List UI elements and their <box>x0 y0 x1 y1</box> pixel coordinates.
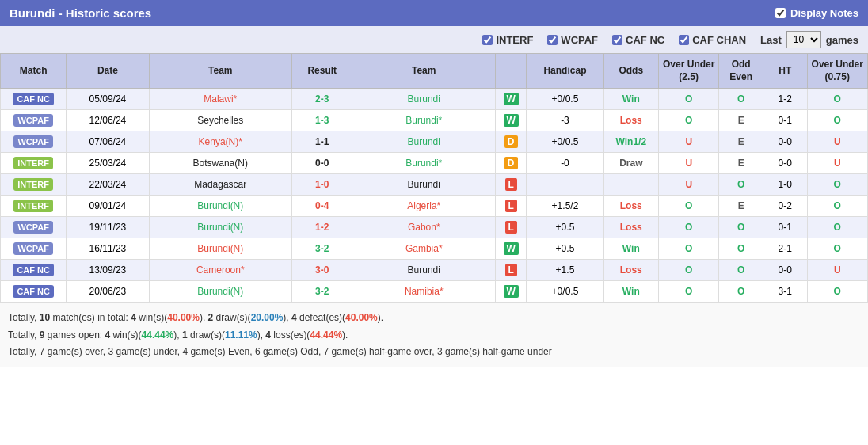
cell-wdl: D <box>496 153 527 174</box>
cell-match-type: WCPAF <box>1 238 67 260</box>
cell-result: 3-2 <box>292 281 352 302</box>
cell-result: 0-0 <box>292 153 352 174</box>
cell-odds: Win1/2 <box>603 131 658 153</box>
col-ou075: Over Under (0.75) <box>807 54 868 89</box>
filter-interf: INTERF <box>482 34 533 46</box>
cell-team1: Cameroon* <box>149 260 292 281</box>
cell-ht: 0-1 <box>763 110 807 131</box>
cell-date: 12/06/24 <box>67 110 149 131</box>
match-badge: INTERF <box>13 178 53 191</box>
filter-wcpaf-label: WCPAF <box>561 34 598 46</box>
cell-team1: Burundi(N) <box>149 238 292 260</box>
cell-team1: Burundi(N) <box>149 281 292 302</box>
table-row: WCPAF 16/11/23 Burundi(N) 3-2 Gambia* W … <box>1 238 868 260</box>
cell-handicap: -3 <box>527 110 603 131</box>
cell-odds: Win <box>603 281 658 302</box>
cell-wdl: W <box>496 281 527 302</box>
cell-ou075: O <box>807 217 868 238</box>
cell-ou075: O <box>807 281 868 302</box>
cell-wdl: L <box>496 174 527 196</box>
cell-handicap: +0/0.5 <box>527 131 603 153</box>
col-ou25: Over Under (2.5) <box>659 54 719 89</box>
cell-wdl: L <box>496 196 527 217</box>
cell-ht: 0-1 <box>763 217 807 238</box>
match-badge: INTERF <box>13 200 53 212</box>
cell-odds: Draw <box>603 153 658 174</box>
cell-result: 1-2 <box>292 217 352 238</box>
cell-ou075: O <box>807 196 868 217</box>
cell-team2: Burundi <box>352 89 496 110</box>
cell-ou25: O <box>659 217 719 238</box>
cell-handicap: +0/0.5 <box>527 281 603 302</box>
cell-handicap: +0.5 <box>527 217 603 238</box>
cell-odds: Win <box>603 238 658 260</box>
cell-team1: Malawi* <box>149 89 292 110</box>
footer: Totally, 10 match(es) in total: 4 win(s)… <box>0 302 868 367</box>
cell-ht: 0-0 <box>763 153 807 174</box>
table-row: INTERF 22/03/24 Madagascar 1-0 Burundi L… <box>1 174 868 196</box>
cell-team2: Burundi* <box>352 110 496 131</box>
cell-match-type: INTERF <box>1 153 67 174</box>
cell-ou075: U <box>807 153 868 174</box>
cell-date: 16/11/23 <box>67 238 149 260</box>
filter-cafchan-checkbox[interactable] <box>679 35 689 45</box>
cell-wdl: D <box>496 131 527 153</box>
cell-team1: Burundi(N) <box>149 196 292 217</box>
footer-line1: Totally, 10 match(es) in total: 4 win(s)… <box>8 310 860 327</box>
cell-handicap <box>527 174 603 196</box>
col-wdl <box>496 54 527 89</box>
match-badge: WCPAF <box>13 135 53 148</box>
cell-wdl: W <box>496 89 527 110</box>
display-notes-container: Display Notes <box>775 7 858 19</box>
cell-match-type: INTERF <box>1 174 67 196</box>
cell-odds: Loss <box>603 196 658 217</box>
table-row: INTERF 25/03/24 Botswana(N) 0-0 Burundi*… <box>1 153 868 174</box>
table-row: WCPAF 12/06/24 Seychelles 1-3 Burundi* W… <box>1 110 868 131</box>
col-team1: Team <box>149 54 292 89</box>
cell-match-type: CAF NC <box>1 260 67 281</box>
filter-cafnc-checkbox[interactable] <box>612 35 622 45</box>
filter-cafchan-label: CAF CHAN <box>692 34 746 46</box>
cell-ht: 1-2 <box>763 89 807 110</box>
cell-team1: Kenya(N)* <box>149 131 292 153</box>
cell-result: 3-0 <box>292 260 352 281</box>
match-badge: WCPAF <box>13 242 53 255</box>
last-games-container: Last 5 10 15 20 All games <box>760 31 858 48</box>
last-games-select[interactable]: 5 10 15 20 All <box>786 31 821 48</box>
cell-odd-even: O <box>719 217 763 238</box>
cell-team1: Madagascar <box>149 174 292 196</box>
cell-odd-even: E <box>719 131 763 153</box>
cell-date: 13/09/23 <box>67 260 149 281</box>
col-handicap: Handicap <box>527 54 603 89</box>
display-notes-checkbox[interactable] <box>775 8 786 18</box>
table-row: CAF NC 05/09/24 Malawi* 2-3 Burundi W +0… <box>1 89 868 110</box>
cell-odds: Loss <box>603 260 658 281</box>
cell-team2: Namibia* <box>352 281 496 302</box>
cell-result: 2-3 <box>292 89 352 110</box>
cell-wdl: L <box>496 217 527 238</box>
cell-date: 25/03/24 <box>67 153 149 174</box>
match-badge: WCPAF <box>13 114 53 127</box>
filter-bar: INTERF WCPAF CAF NC CAF CHAN Last 5 10 1… <box>0 26 868 53</box>
cell-ou25: U <box>659 153 719 174</box>
cell-team2: Burundi <box>352 174 496 196</box>
cell-team2: Burundi <box>352 260 496 281</box>
cell-date: 22/03/24 <box>67 174 149 196</box>
cell-ht: 1-0 <box>763 174 807 196</box>
filter-interf-checkbox[interactable] <box>482 35 493 45</box>
filter-wcpaf-checkbox[interactable] <box>547 35 558 45</box>
col-date: Date <box>67 54 149 89</box>
cell-match-type: CAF NC <box>1 89 67 110</box>
cell-ou25: O <box>659 110 719 131</box>
cell-ou25: O <box>659 196 719 217</box>
footer-line2: Totally, 9 games open: 4 win(s)(44.44%),… <box>8 327 860 344</box>
cell-date: 09/01/24 <box>67 196 149 217</box>
table-row: INTERF 09/01/24 Burundi(N) 0-4 Algeria* … <box>1 196 868 217</box>
filter-cafchan: CAF CHAN <box>679 34 746 46</box>
cell-ou25: U <box>659 174 719 196</box>
footer-line3: Totally, 7 game(s) over, 3 game(s) under… <box>8 344 860 361</box>
cell-ou25: U <box>659 131 719 153</box>
cell-team2: Gabon* <box>352 217 496 238</box>
col-match: Match <box>1 54 67 89</box>
cell-result: 0-4 <box>292 196 352 217</box>
